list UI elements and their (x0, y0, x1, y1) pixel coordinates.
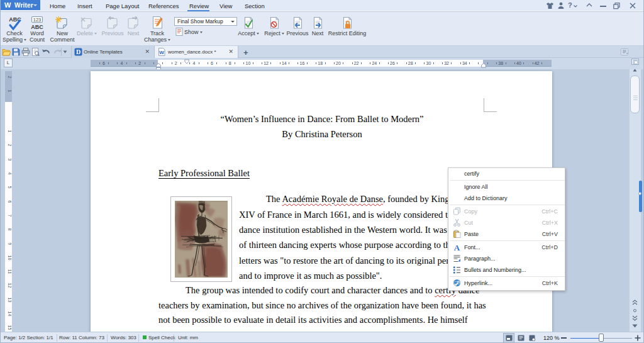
svg-text:D: D (76, 48, 80, 55)
svg-text:123: 123 (33, 17, 42, 23)
svg-text:ABC: ABC (31, 24, 43, 30)
svg-text:A: A (454, 243, 460, 251)
svg-text:W: W (159, 50, 164, 55)
